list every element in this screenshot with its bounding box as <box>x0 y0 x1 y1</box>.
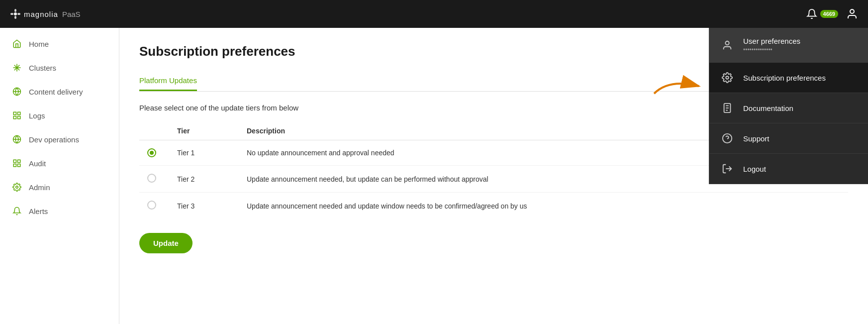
svg-point-23 <box>725 41 729 44</box>
brand-name: magnolia <box>24 10 58 18</box>
sidebar-label-alerts: Alerts <box>29 207 48 216</box>
update-button[interactable]: Update <box>139 233 193 253</box>
radio-tier3[interactable] <box>147 201 156 210</box>
svg-point-2 <box>14 16 16 19</box>
sidebar-label-content-delivery: Content delivery <box>29 88 83 96</box>
user-menu-button[interactable] <box>846 8 858 20</box>
svg-point-4 <box>17 13 20 15</box>
subscription-preferences-label: Subscription preferences <box>743 74 826 82</box>
col-radio <box>139 122 169 140</box>
sidebar-item-audit[interactable]: Audit <box>0 151 119 175</box>
sidebar-item-admin[interactable]: Admin <box>0 175 119 199</box>
sidebar-label-home: Home <box>29 40 49 48</box>
support-icon <box>721 132 733 144</box>
svg-rect-12 <box>13 112 16 114</box>
user-pref-icon <box>721 39 733 51</box>
svg-point-0 <box>14 12 17 15</box>
sidebar-label-audit: Audit <box>29 159 46 168</box>
documentation-icon <box>721 102 733 114</box>
user-email-masked: •••••••••••••• <box>743 46 800 53</box>
svg-rect-15 <box>13 116 16 119</box>
admin-icon <box>12 182 22 192</box>
sidebar-label-admin: Admin <box>29 183 50 192</box>
sidebar-label-dev-operations: Dev operations <box>29 135 79 144</box>
bell-icon <box>806 8 817 19</box>
user-preferences-label: User preferences <box>743 37 800 45</box>
sidebar-label-clusters: Clusters <box>29 64 56 72</box>
user-dropdown-menu: User preferences •••••••••••••• Subscrip… <box>709 28 868 184</box>
magnolia-icon <box>10 8 21 19</box>
svg-rect-13 <box>18 112 20 114</box>
subscription-pref-icon <box>721 72 733 84</box>
svg-point-3 <box>10 13 13 15</box>
svg-rect-14 <box>18 116 20 119</box>
brand-logo: magnolia PaaS <box>10 8 81 19</box>
dropdown-item-user-preferences[interactable]: User preferences •••••••••••••• <box>709 28 868 63</box>
table-row: Tier 3 Update announcement needed and up… <box>139 193 848 219</box>
sidebar-item-alerts[interactable]: Alerts <box>0 199 119 223</box>
sidebar-item-home[interactable]: Home <box>0 32 119 56</box>
logout-label: Logout <box>743 165 766 173</box>
logout-icon <box>721 163 733 175</box>
svg-rect-19 <box>18 160 20 162</box>
tab-platform-updates[interactable]: Platform Updates <box>139 71 197 91</box>
audit-icon <box>12 158 22 168</box>
notification-count: 4669 <box>820 10 838 18</box>
sidebar-item-logs[interactable]: Logs <box>0 104 119 127</box>
radio-cell-2[interactable] <box>139 166 169 193</box>
dropdown-item-logout[interactable]: Logout <box>709 154 868 184</box>
notification-button[interactable]: 4669 <box>806 8 838 19</box>
user-info: User preferences •••••••••••••• <box>743 37 800 53</box>
svg-point-24 <box>726 76 729 79</box>
paas-label: PaaS <box>62 10 81 18</box>
col-tier: Tier <box>169 122 239 140</box>
svg-rect-21 <box>13 164 16 167</box>
sidebar-item-dev-operations[interactable]: Dev operations <box>0 127 119 151</box>
home-icon <box>12 39 22 49</box>
alerts-icon <box>12 206 22 216</box>
svg-point-1 <box>14 9 16 12</box>
dev-operations-icon <box>12 134 22 144</box>
svg-point-5 <box>850 9 854 13</box>
dropdown-item-support[interactable]: Support <box>709 123 868 154</box>
content-delivery-icon <box>12 87 22 97</box>
tier-desc-3: Update announcement needed and update wi… <box>239 193 848 219</box>
radio-inner-tier1 <box>150 151 154 155</box>
dropdown-item-subscription-preferences[interactable]: Subscription preferences <box>709 63 868 93</box>
dropdown-item-documentation[interactable]: Documentation <box>709 93 868 123</box>
logs-icon <box>12 110 22 120</box>
user-icon <box>846 8 858 20</box>
tier-name-3: Tier 3 <box>169 193 239 219</box>
documentation-label: Documentation <box>743 104 793 112</box>
sidebar-item-clusters[interactable]: Clusters <box>0 56 119 80</box>
svg-point-22 <box>16 186 18 189</box>
radio-tier1[interactable] <box>147 148 156 157</box>
svg-rect-20 <box>18 164 20 167</box>
topnav: magnolia PaaS 4669 <box>0 0 868 28</box>
tier-name-2: Tier 2 <box>169 166 239 193</box>
radio-cell-1[interactable] <box>139 140 169 166</box>
radio-tier2[interactable] <box>147 174 156 183</box>
clusters-icon <box>12 63 22 73</box>
radio-cell-3[interactable] <box>139 193 169 219</box>
sidebar-label-logs: Logs <box>29 111 45 120</box>
tier-name-1: Tier 1 <box>169 140 239 166</box>
topnav-right: 4669 <box>806 8 858 20</box>
svg-rect-18 <box>13 160 16 162</box>
sidebar: Home Clusters Content delivery <box>0 28 119 324</box>
support-label: Support <box>743 134 770 143</box>
sidebar-item-content-delivery[interactable]: Content delivery <box>0 80 119 104</box>
arrow-indicator <box>649 74 709 99</box>
